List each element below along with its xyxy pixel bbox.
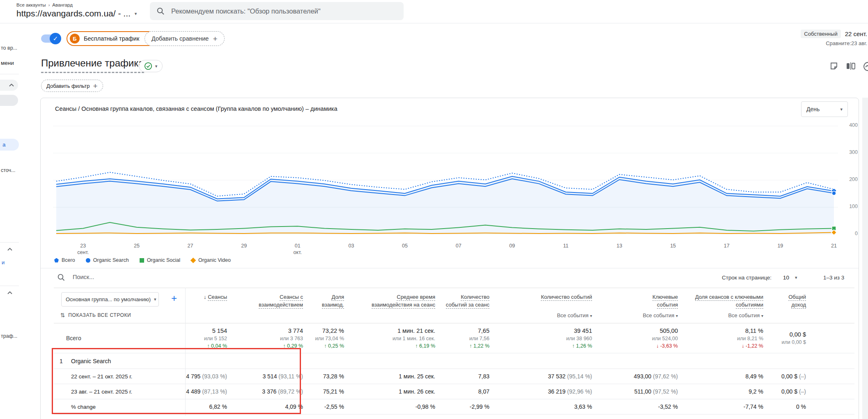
totals-metric-1: 5 154или 5 152↑ 0,04 % <box>185 327 230 349</box>
x-axis-tick: 17 <box>710 243 743 249</box>
metric-cell: 1 мин. 25 сек. <box>347 373 439 380</box>
comparison-icon[interactable] <box>846 62 856 71</box>
events-filter-dropdown[interactable]: Все события ▾ <box>728 311 763 319</box>
legend-item-organic-video[interactable]: Organic Video <box>191 257 231 263</box>
legend-item-organic-search[interactable]: Organic Search <box>86 257 129 263</box>
y-axis-tick: 100 <box>849 204 858 209</box>
sidebar-item-label[interactable]: и <box>2 259 5 266</box>
totals-metric-7: 505,00или 524,00↓ -3,63 % <box>595 327 681 349</box>
chart-legend: ВсегоOrganic SearchOrganic SocialOrganic… <box>54 257 231 263</box>
sidebar-item-label[interactable]: то вр... <box>1 45 17 51</box>
segment-toggle[interactable]: ✓ <box>41 34 60 43</box>
plus-icon: + <box>93 82 98 90</box>
metric-cell: 1 мин. 26 сек. <box>347 388 439 395</box>
delta-up: ↑ 6,19 % <box>415 343 435 349</box>
date-range-selector[interactable]: Собственный 22 сент. Сравните:23 авг. <box>801 30 867 46</box>
chevron-down-icon: ▾ <box>795 275 797 280</box>
report-card: Сеансы / Основная группа каналов, связан… <box>40 98 859 419</box>
chevron-down-icon: ▾ <box>676 314 678 318</box>
table-row-organic-search[interactable]: 1 Organic Search <box>54 353 854 369</box>
traffic-line-chart <box>53 123 838 240</box>
column-header-9[interactable]: Общий доход <box>767 288 809 323</box>
global-search-input[interactable] <box>170 7 397 16</box>
x-axis-tick: 15 <box>657 243 689 249</box>
metric-cell: 4 795 (93,03 %) <box>185 373 230 380</box>
breadcrumb-account[interactable]: Авангард <box>52 2 73 7</box>
square-marker-icon <box>140 258 144 263</box>
chevron-up-icon[interactable] <box>7 248 12 251</box>
metric-cell: -7,74 % <box>681 403 767 410</box>
add-comparison-button[interactable]: Добавить сравнение + <box>145 31 225 46</box>
metric-cell: 3 514 (93,11 %) <box>230 373 306 380</box>
events-filter-dropdown[interactable]: Все события ▾ <box>557 311 592 319</box>
column-header-2[interactable]: Сеансы с взаимодействием <box>230 288 306 323</box>
metric-cell: 511,00 (97,52 %) <box>595 388 681 395</box>
sidebar-item-active[interactable]: а <box>0 139 19 151</box>
column-header-8[interactable]: Доля сеансов с ключевыми событиямиВсе со… <box>681 288 767 323</box>
metric-cell: 3,63 % <box>493 403 595 410</box>
x-axis-tick: 27 <box>174 243 207 249</box>
show-all-rows-button[interactable]: ⇅ ПОКАЗАТЬ ВСЕ СТРОКИ <box>60 312 131 318</box>
legend-item-organic-social[interactable]: Organic Social <box>140 257 180 263</box>
add-dimension-button[interactable]: + <box>171 293 177 303</box>
metric-cell: -2,99 % <box>439 403 493 410</box>
add-comparison-label: Добавить сравнение <box>152 35 209 42</box>
legend-item-всего[interactable]: Всего <box>54 257 75 263</box>
y-axis-tick: 300 <box>849 149 858 155</box>
notes-icon[interactable] <box>829 62 838 71</box>
column-header-6[interactable]: Количество событийВсе события ▾ <box>493 288 595 323</box>
scrollbar[interactable] <box>862 98 868 419</box>
delta-up: ↑ 0,29 % <box>283 343 303 349</box>
x-axis-tick: 23сент. <box>67 243 99 256</box>
metric-cell: 0 % <box>767 403 809 410</box>
metric-cell: -2,55 % <box>306 403 347 410</box>
global-search-bar[interactable] <box>150 2 404 20</box>
sidebar-section-pill[interactable] <box>0 80 18 91</box>
row-label: 23 авг. – 21 сент. 2025 г. <box>54 389 185 395</box>
totals-metric-3: 73,22 %или 73,04 %↑ 0,25 % <box>306 327 347 349</box>
metric-cell: 8,07 <box>439 388 493 395</box>
column-header-5[interactable]: Количество событий за сеанс <box>439 288 493 323</box>
column-header-7[interactable]: Ключевые событияВсе события ▾ <box>595 288 681 323</box>
totals-metric-9: 0,00 $или 0,00 $ <box>767 331 809 345</box>
dimension-dropdown[interactable]: Основная группа... по умолчанию) ▾ <box>61 292 159 307</box>
totals-label: Всего <box>54 335 185 341</box>
rows-per-page-select[interactable]: 10 ▾ <box>783 275 797 281</box>
chevron-up-icon[interactable] <box>7 291 12 294</box>
events-filter-dropdown[interactable]: Все события ▾ <box>643 311 678 319</box>
sidebar-item-label[interactable]: сточ... <box>1 167 15 173</box>
column-header-4[interactable]: Среднее время взаимодействия на сеанс <box>347 288 439 323</box>
chevron-down-icon: ▾ <box>135 11 137 16</box>
y-axis-tick: 400 <box>849 122 858 128</box>
channel-name[interactable]: Organic Search <box>71 358 111 364</box>
breadcrumb-all-accounts[interactable]: Все аккаунты <box>16 2 46 7</box>
sidebar-item-label[interactable]: мени <box>1 60 14 66</box>
y-axis-tick: 200 <box>849 176 858 182</box>
column-header-1[interactable]: ↓ Сеансы <box>185 288 230 323</box>
date-range-current: 22 сент. <box>845 30 867 37</box>
add-filter-button[interactable]: Добавить фильтр + <box>41 80 103 92</box>
pagination-range: 1–3 из 3 <box>823 275 844 281</box>
delta-down: ↓ -1,22 % <box>742 343 763 349</box>
sidebar-item-label[interactable]: траф... <box>1 333 17 339</box>
totals-row: Всего 5 154или 5 152↑ 0,04 %3 774или 3 7… <box>54 323 854 353</box>
insights-icon[interactable] <box>863 62 868 71</box>
table-row: 23 авг. – 21 сент. 2025 г.4 489 (87,13 %… <box>54 384 854 399</box>
segment-chip-free-traffic[interactable]: Б Бесплатный трафик ✕ <box>67 31 156 46</box>
diamond-marker-icon <box>191 257 196 263</box>
toggle-check-icon: ✓ <box>50 33 61 44</box>
table-search-input[interactable] <box>72 271 244 283</box>
granularity-select[interactable]: День ▾ <box>801 101 848 117</box>
metric-cell: 37 532 (95,14 %) <box>493 373 595 380</box>
granularity-value: День <box>806 106 820 112</box>
sidebar-item-pill[interactable] <box>0 95 18 106</box>
x-axis-tick: 19 <box>764 243 797 249</box>
metric-cell: 4,09 % <box>230 403 306 410</box>
property-selector[interactable]: https://avangards.com.ua/ - ... ▾ <box>16 9 137 18</box>
column-header-3[interactable]: Доля взаимод. <box>306 288 347 323</box>
delta-up: ↑ 0,25 % <box>324 343 344 349</box>
row-rank: 1 <box>57 358 71 364</box>
delta-up: ↑ 1,26 % <box>572 343 592 349</box>
expand-rows-icon: ⇅ <box>60 312 65 318</box>
report-status-dropdown[interactable]: ▾ <box>139 60 163 72</box>
